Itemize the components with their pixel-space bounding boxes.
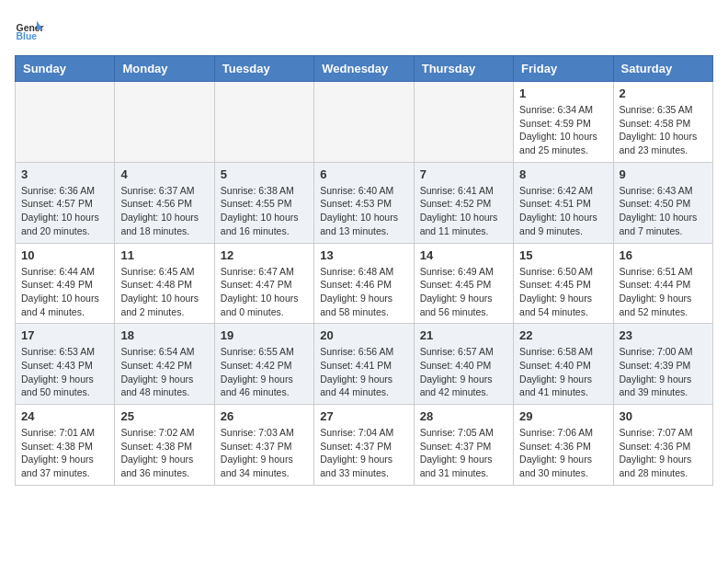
week-row-3: 10Sunrise: 6:44 AM Sunset: 4:49 PM Dayli…: [16, 243, 713, 324]
weekday-header-sunday: Sunday: [16, 56, 115, 82]
day-info: Sunrise: 7:02 AM Sunset: 4:38 PM Dayligh…: [120, 426, 208, 480]
day-info: Sunrise: 6:45 AM Sunset: 4:48 PM Dayligh…: [120, 265, 208, 319]
day-number: 1: [519, 86, 607, 100]
day-cell: 23Sunrise: 7:00 AM Sunset: 4:39 PM Dayli…: [613, 324, 712, 405]
day-number: 24: [21, 409, 108, 423]
day-info: Sunrise: 6:51 AM Sunset: 4:44 PM Dayligh…: [620, 265, 707, 319]
weekday-header-saturday: Saturday: [613, 56, 712, 82]
day-number: 29: [519, 409, 607, 423]
day-number: 13: [320, 248, 407, 262]
day-info: Sunrise: 6:53 AM Sunset: 4:43 PM Dayligh…: [21, 345, 108, 399]
day-number: 14: [420, 248, 507, 262]
day-cell: 11Sunrise: 6:45 AM Sunset: 4:48 PM Dayli…: [115, 243, 214, 324]
day-info: Sunrise: 6:47 AM Sunset: 4:47 PM Dayligh…: [221, 265, 308, 319]
day-number: 11: [120, 248, 208, 262]
day-number: 23: [620, 328, 707, 342]
weekday-header-tuesday: Tuesday: [214, 56, 313, 82]
day-info: Sunrise: 7:04 AM Sunset: 4:37 PM Dayligh…: [320, 426, 407, 480]
day-number: 28: [420, 409, 507, 423]
day-cell: [16, 82, 115, 163]
day-info: Sunrise: 6:38 AM Sunset: 4:55 PM Dayligh…: [221, 184, 308, 238]
day-cell: 26Sunrise: 7:03 AM Sunset: 4:37 PM Dayli…: [214, 405, 313, 486]
day-number: 5: [221, 167, 308, 181]
day-info: Sunrise: 6:56 AM Sunset: 4:41 PM Dayligh…: [320, 345, 407, 399]
day-info: Sunrise: 6:42 AM Sunset: 4:51 PM Dayligh…: [519, 184, 607, 238]
day-info: Sunrise: 6:44 AM Sunset: 4:49 PM Dayligh…: [21, 265, 108, 319]
day-info: Sunrise: 6:40 AM Sunset: 4:53 PM Dayligh…: [320, 184, 407, 238]
day-cell: 29Sunrise: 7:06 AM Sunset: 4:36 PM Dayli…: [514, 405, 613, 486]
day-cell: 10Sunrise: 6:44 AM Sunset: 4:49 PM Dayli…: [16, 243, 115, 324]
day-number: 25: [120, 409, 208, 423]
weekday-header-wednesday: Wednesday: [314, 56, 414, 82]
day-cell: 12Sunrise: 6:47 AM Sunset: 4:47 PM Dayli…: [214, 243, 313, 324]
day-cell: [214, 82, 313, 163]
day-info: Sunrise: 7:00 AM Sunset: 4:39 PM Dayligh…: [620, 345, 707, 399]
day-info: Sunrise: 6:37 AM Sunset: 4:56 PM Dayligh…: [120, 184, 208, 238]
day-cell: 5Sunrise: 6:38 AM Sunset: 4:55 PM Daylig…: [214, 162, 313, 243]
day-number: 30: [620, 409, 707, 423]
day-number: 15: [519, 248, 607, 262]
day-cell: 1Sunrise: 6:34 AM Sunset: 4:59 PM Daylig…: [514, 82, 613, 163]
day-cell: 25Sunrise: 7:02 AM Sunset: 4:38 PM Dayli…: [115, 405, 214, 486]
day-cell: 4Sunrise: 6:37 AM Sunset: 4:56 PM Daylig…: [115, 162, 214, 243]
weekday-header-row: SundayMondayTuesdayWednesdayThursdayFrid…: [16, 56, 713, 82]
day-cell: 9Sunrise: 6:43 AM Sunset: 4:50 PM Daylig…: [613, 162, 712, 243]
day-info: Sunrise: 7:06 AM Sunset: 4:36 PM Dayligh…: [519, 426, 607, 480]
weekday-header-friday: Friday: [514, 56, 613, 82]
day-info: Sunrise: 6:48 AM Sunset: 4:46 PM Dayligh…: [320, 265, 407, 319]
day-number: 17: [21, 328, 108, 342]
week-row-4: 17Sunrise: 6:53 AM Sunset: 4:43 PM Dayli…: [16, 324, 713, 405]
day-number: 16: [620, 248, 707, 262]
week-row-5: 24Sunrise: 7:01 AM Sunset: 4:38 PM Dayli…: [16, 405, 713, 486]
day-cell: 20Sunrise: 6:56 AM Sunset: 4:41 PM Dayli…: [314, 324, 414, 405]
weekday-header-thursday: Thursday: [414, 56, 513, 82]
day-number: 22: [519, 328, 607, 342]
logo: General Blue: [15, 15, 48, 44]
day-info: Sunrise: 7:03 AM Sunset: 4:37 PM Dayligh…: [221, 426, 308, 480]
day-number: 20: [320, 328, 407, 342]
day-cell: 22Sunrise: 6:58 AM Sunset: 4:40 PM Dayli…: [514, 324, 613, 405]
day-number: 10: [21, 248, 108, 262]
day-number: 4: [120, 167, 208, 181]
day-cell: 18Sunrise: 6:54 AM Sunset: 4:42 PM Dayli…: [115, 324, 214, 405]
day-cell: 6Sunrise: 6:40 AM Sunset: 4:53 PM Daylig…: [314, 162, 414, 243]
day-cell: 24Sunrise: 7:01 AM Sunset: 4:38 PM Dayli…: [16, 405, 115, 486]
day-cell: 2Sunrise: 6:35 AM Sunset: 4:58 PM Daylig…: [613, 82, 712, 163]
week-row-1: 1Sunrise: 6:34 AM Sunset: 4:59 PM Daylig…: [16, 82, 713, 163]
day-info: Sunrise: 7:05 AM Sunset: 4:37 PM Dayligh…: [420, 426, 507, 480]
day-info: Sunrise: 6:35 AM Sunset: 4:58 PM Dayligh…: [620, 103, 707, 157]
day-cell: 19Sunrise: 6:55 AM Sunset: 4:42 PM Dayli…: [214, 324, 313, 405]
day-cell: 30Sunrise: 7:07 AM Sunset: 4:36 PM Dayli…: [613, 405, 712, 486]
day-cell: 16Sunrise: 6:51 AM Sunset: 4:44 PM Dayli…: [613, 243, 712, 324]
day-info: Sunrise: 6:55 AM Sunset: 4:42 PM Dayligh…: [221, 345, 308, 399]
svg-text:Blue: Blue: [17, 31, 38, 41]
day-cell: 15Sunrise: 6:50 AM Sunset: 4:45 PM Dayli…: [514, 243, 613, 324]
day-info: Sunrise: 6:41 AM Sunset: 4:52 PM Dayligh…: [420, 184, 507, 238]
day-info: Sunrise: 6:54 AM Sunset: 4:42 PM Dayligh…: [120, 345, 208, 399]
day-cell: 14Sunrise: 6:49 AM Sunset: 4:45 PM Dayli…: [414, 243, 513, 324]
day-cell: 17Sunrise: 6:53 AM Sunset: 4:43 PM Dayli…: [16, 324, 115, 405]
day-info: Sunrise: 6:49 AM Sunset: 4:45 PM Dayligh…: [420, 265, 507, 319]
day-cell: [414, 82, 513, 163]
day-number: 26: [221, 409, 308, 423]
calendar: SundayMondayTuesdayWednesdayThursdayFrid…: [15, 55, 713, 486]
day-number: 21: [420, 328, 507, 342]
day-info: Sunrise: 6:43 AM Sunset: 4:50 PM Dayligh…: [620, 184, 707, 238]
day-number: 9: [620, 167, 707, 181]
day-cell: 21Sunrise: 6:57 AM Sunset: 4:40 PM Dayli…: [414, 324, 513, 405]
day-cell: 28Sunrise: 7:05 AM Sunset: 4:37 PM Dayli…: [414, 405, 513, 486]
day-cell: 7Sunrise: 6:41 AM Sunset: 4:52 PM Daylig…: [414, 162, 513, 243]
day-number: 27: [320, 409, 407, 423]
day-number: 6: [320, 167, 407, 181]
day-number: 8: [519, 167, 607, 181]
day-info: Sunrise: 7:07 AM Sunset: 4:36 PM Dayligh…: [620, 426, 707, 480]
day-cell: 27Sunrise: 7:04 AM Sunset: 4:37 PM Dayli…: [314, 405, 414, 486]
day-info: Sunrise: 7:01 AM Sunset: 4:38 PM Dayligh…: [21, 426, 108, 480]
day-cell: [115, 82, 214, 163]
day-info: Sunrise: 6:50 AM Sunset: 4:45 PM Dayligh…: [519, 265, 607, 319]
day-cell: 13Sunrise: 6:48 AM Sunset: 4:46 PM Dayli…: [314, 243, 414, 324]
day-number: 7: [420, 167, 507, 181]
day-number: 2: [620, 86, 707, 100]
day-number: 18: [120, 328, 208, 342]
header: General Blue: [15, 15, 713, 44]
